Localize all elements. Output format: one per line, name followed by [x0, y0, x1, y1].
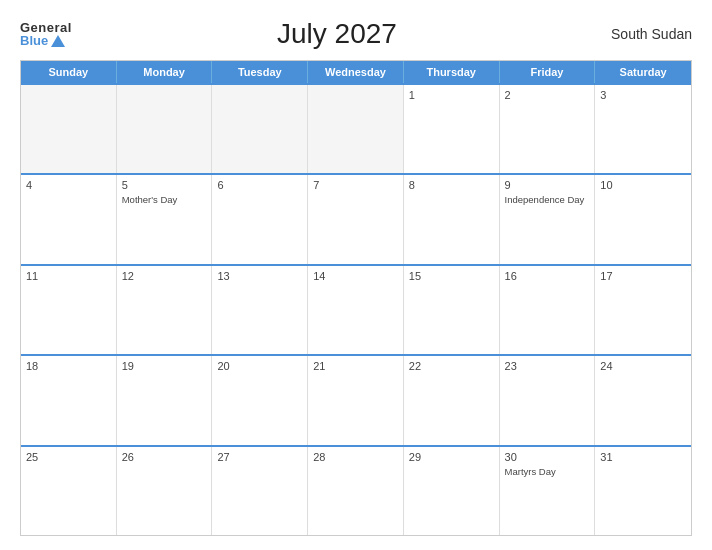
weeks-container: 1 2 3 4 5 Mother's Day 6 — [21, 83, 691, 535]
day-cell-1: 1 — [404, 85, 500, 173]
day-event: Martyrs Day — [505, 466, 556, 477]
day-cell-7: 7 — [308, 175, 404, 263]
header-tuesday: Tuesday — [212, 61, 308, 83]
day-number: 20 — [217, 360, 302, 372]
day-cell-19: 19 — [117, 356, 213, 444]
logo-blue-text: Blue — [20, 34, 65, 47]
day-number: 31 — [600, 451, 686, 463]
day-cell-6: 6 — [212, 175, 308, 263]
day-cell-5: 5 Mother's Day — [117, 175, 213, 263]
day-number: 11 — [26, 270, 111, 282]
day-number: 8 — [409, 179, 494, 191]
week-row-2: 4 5 Mother's Day 6 7 8 9 Independence Da — [21, 173, 691, 263]
day-event: Mother's Day — [122, 194, 178, 205]
day-cell-23: 23 — [500, 356, 596, 444]
day-cell-4: 4 — [21, 175, 117, 263]
day-cell-30: 30 Martyrs Day — [500, 447, 596, 535]
day-number: 17 — [600, 270, 686, 282]
day-number: 7 — [313, 179, 398, 191]
day-number: 1 — [409, 89, 494, 101]
day-number: 4 — [26, 179, 111, 191]
week-row-4: 18 19 20 21 22 23 24 — [21, 354, 691, 444]
day-cell-17: 17 — [595, 266, 691, 354]
logo: General Blue — [20, 21, 72, 47]
day-number: 2 — [505, 89, 590, 101]
day-number: 10 — [600, 179, 686, 191]
day-cell-2: 2 — [500, 85, 596, 173]
day-number: 27 — [217, 451, 302, 463]
day-cell-27: 27 — [212, 447, 308, 535]
day-cell-21: 21 — [308, 356, 404, 444]
day-number: 12 — [122, 270, 207, 282]
day-cell-9: 9 Independence Day — [500, 175, 596, 263]
day-cell-25: 25 — [21, 447, 117, 535]
day-cell-empty — [21, 85, 117, 173]
day-cell-empty — [308, 85, 404, 173]
country-name: South Sudan — [602, 26, 692, 42]
day-number: 16 — [505, 270, 590, 282]
day-cell-12: 12 — [117, 266, 213, 354]
day-number: 28 — [313, 451, 398, 463]
day-cell-24: 24 — [595, 356, 691, 444]
day-cell-10: 10 — [595, 175, 691, 263]
day-cell-31: 31 — [595, 447, 691, 535]
logo-triangle-icon — [51, 35, 65, 47]
day-headers-row: Sunday Monday Tuesday Wednesday Thursday… — [21, 61, 691, 83]
day-cell-28: 28 — [308, 447, 404, 535]
header-monday: Monday — [117, 61, 213, 83]
day-cell-16: 16 — [500, 266, 596, 354]
header-saturday: Saturday — [595, 61, 691, 83]
header-wednesday: Wednesday — [308, 61, 404, 83]
header-friday: Friday — [500, 61, 596, 83]
day-number: 26 — [122, 451, 207, 463]
day-number: 15 — [409, 270, 494, 282]
day-number: 29 — [409, 451, 494, 463]
day-cell-11: 11 — [21, 266, 117, 354]
day-cell-20: 20 — [212, 356, 308, 444]
day-cell-14: 14 — [308, 266, 404, 354]
day-cell-22: 22 — [404, 356, 500, 444]
day-cell-29: 29 — [404, 447, 500, 535]
header-thursday: Thursday — [404, 61, 500, 83]
day-number: 5 — [122, 179, 207, 191]
day-number: 23 — [505, 360, 590, 372]
calendar-header: General Blue July 2027 South Sudan — [20, 18, 692, 50]
day-number: 3 — [600, 89, 686, 101]
day-number: 18 — [26, 360, 111, 372]
day-number: 22 — [409, 360, 494, 372]
week-row-5: 25 26 27 28 29 30 Martyrs Day — [21, 445, 691, 535]
day-cell-26: 26 — [117, 447, 213, 535]
day-cell-13: 13 — [212, 266, 308, 354]
day-cell-15: 15 — [404, 266, 500, 354]
week-row-3: 11 12 13 14 15 16 17 — [21, 264, 691, 354]
day-number: 19 — [122, 360, 207, 372]
page: General Blue July 2027 South Sudan Sunda… — [0, 0, 712, 550]
day-number: 24 — [600, 360, 686, 372]
day-number: 25 — [26, 451, 111, 463]
day-number: 21 — [313, 360, 398, 372]
day-cell-8: 8 — [404, 175, 500, 263]
header-sunday: Sunday — [21, 61, 117, 83]
day-cell-empty — [117, 85, 213, 173]
day-number: 6 — [217, 179, 302, 191]
day-number: 14 — [313, 270, 398, 282]
calendar-grid: Sunday Monday Tuesday Wednesday Thursday… — [20, 60, 692, 536]
day-cell-empty — [212, 85, 308, 173]
day-cell-18: 18 — [21, 356, 117, 444]
day-number: 9 — [505, 179, 590, 191]
day-number: 13 — [217, 270, 302, 282]
day-number: 30 — [505, 451, 590, 463]
day-cell-3: 3 — [595, 85, 691, 173]
calendar-title: July 2027 — [72, 18, 602, 50]
week-row-1: 1 2 3 — [21, 83, 691, 173]
day-event: Independence Day — [505, 194, 585, 205]
